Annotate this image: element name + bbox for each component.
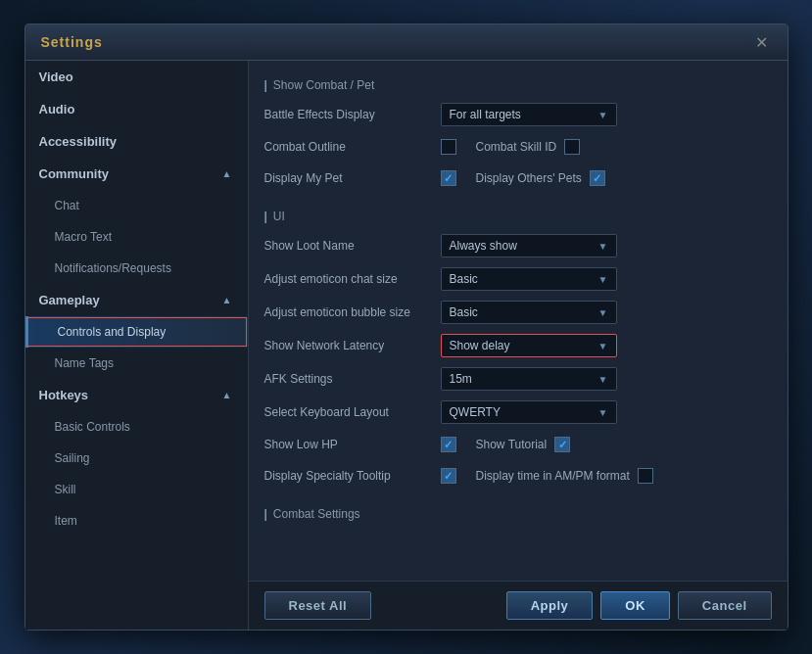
sidebar-item-gameplay[interactable]: Gameplay ▲ xyxy=(25,284,248,316)
sidebar-item-name-tags[interactable]: Name Tags xyxy=(25,348,248,379)
sidebar-label-hotkeys: Hotkeys xyxy=(39,388,89,402)
sidebar-label-sailing: Sailing xyxy=(55,451,90,465)
dialog-body: Video Audio Accessibility Community ▲ Ch… xyxy=(25,61,788,630)
reset-all-button[interactable]: Reset All xyxy=(264,591,372,620)
label-show-network-latency: Show Network Latency xyxy=(264,339,441,352)
row-afk-settings: AFK Settings 15m ▼ xyxy=(264,362,772,396)
dropdown-battle-effects-value: For all targets xyxy=(450,108,521,121)
section-combat-pet-title: Show Combat / Pet xyxy=(273,78,374,92)
label-emoticon-bubble-size: Adjust emoticon bubble size xyxy=(264,305,441,319)
control-battle-effects: For all targets ▼ xyxy=(441,103,772,126)
checkbox-display-time-ampm[interactable] xyxy=(638,468,653,484)
sidebar-label-community: Community xyxy=(39,166,110,181)
sidebar-item-controls-display[interactable]: Controls and Display xyxy=(25,316,248,348)
sidebar-item-macro-text[interactable]: Macro Text xyxy=(25,221,248,253)
row-show-network-latency: Show Network Latency Show delay ▼ xyxy=(264,329,772,362)
row-keyboard-layout: Select Keyboard Layout QWERTY ▼ xyxy=(264,396,772,429)
row-emoticon-bubble-size: Adjust emoticon bubble size Basic ▼ xyxy=(264,296,772,329)
sidebar-label-skill: Skill xyxy=(55,483,76,496)
section-combat-pet: Show Combat / Pet xyxy=(264,70,772,98)
sidebar-item-chat[interactable]: Chat xyxy=(25,190,248,221)
dropdown-emoticon-chat-size[interactable]: Basic ▼ xyxy=(441,267,617,291)
control-combat-outline: Combat Skill ID xyxy=(441,139,772,155)
dropdown-keyboard-layout-arrow: ▼ xyxy=(598,407,608,418)
sidebar-item-accessibility[interactable]: Accessibility xyxy=(25,125,248,158)
dropdown-emoticon-bubble-size[interactable]: Basic ▼ xyxy=(441,301,617,324)
pair-show-tutorial: Show Tutorial xyxy=(476,437,571,452)
sidebar-label-name-tags: Name Tags xyxy=(55,356,114,370)
label-emoticon-chat-size: Adjust emoticon chat size xyxy=(264,272,441,286)
row-combat-outline: Combat Outline Combat Skill ID xyxy=(264,131,772,163)
dropdown-afk-settings-arrow: ▼ xyxy=(598,374,608,385)
checkbox-combat-outline[interactable] xyxy=(441,139,456,155)
dropdown-show-loot-name-value: Always show xyxy=(450,239,517,253)
dropdown-keyboard-layout[interactable]: QWERTY ▼ xyxy=(441,400,617,424)
sidebar-label-basic-controls: Basic Controls xyxy=(55,420,130,434)
sidebar: Video Audio Accessibility Community ▲ Ch… xyxy=(25,61,249,630)
sidebar-label-video: Video xyxy=(39,70,73,84)
label-display-specialty-tooltip: Display Specialty Tooltip xyxy=(264,469,441,483)
control-afk-settings: 15m ▼ xyxy=(441,367,772,391)
dropdown-battle-effects-arrow: ▼ xyxy=(598,110,608,120)
dropdown-battle-effects[interactable]: For all targets ▼ xyxy=(441,103,617,126)
label-display-others-pets: Display Others' Pets xyxy=(476,171,582,185)
checkbox-display-specialty-tooltip[interactable] xyxy=(441,468,456,484)
sidebar-item-hotkeys[interactable]: Hotkeys ▲ xyxy=(25,379,248,411)
dropdown-show-loot-name[interactable]: Always show ▼ xyxy=(441,234,617,257)
control-show-low-hp: Show Tutorial xyxy=(441,437,772,452)
label-keyboard-layout: Select Keyboard Layout xyxy=(264,405,441,419)
row-show-loot-name: Show Loot Name Always show ▼ xyxy=(264,229,772,262)
sidebar-item-video[interactable]: Video xyxy=(25,61,248,93)
sidebar-item-skill[interactable]: Skill xyxy=(25,474,248,505)
sidebar-label-accessibility: Accessibility xyxy=(39,134,118,149)
sidebar-item-notifications[interactable]: Notifications/Requests xyxy=(25,253,248,284)
label-battle-effects: Battle Effects Display xyxy=(264,108,441,121)
section-combat-settings-title: Combat Settings xyxy=(273,507,360,521)
row-emoticon-chat-size: Adjust emoticon chat size Basic ▼ xyxy=(264,262,772,296)
dialog-title: Settings xyxy=(41,34,103,50)
sidebar-item-basic-controls[interactable]: Basic Controls xyxy=(25,411,248,443)
label-show-tutorial: Show Tutorial xyxy=(476,438,548,451)
sidebar-item-sailing[interactable]: Sailing xyxy=(25,443,248,474)
pair-combat-skill-id: Combat Skill ID xyxy=(476,139,581,155)
control-keyboard-layout: QWERTY ▼ xyxy=(441,400,772,424)
sidebar-label-notifications: Notifications/Requests xyxy=(55,261,171,275)
label-display-time-ampm: Display time in AM/PM format xyxy=(476,469,630,483)
close-icon[interactable]: ✕ xyxy=(752,32,772,52)
pair-display-time-ampm: Display time in AM/PM format xyxy=(476,468,653,484)
label-afk-settings: AFK Settings xyxy=(264,372,441,386)
label-show-loot-name: Show Loot Name xyxy=(264,239,441,253)
sidebar-label-audio: Audio xyxy=(39,102,75,117)
sidebar-item-item[interactable]: Item xyxy=(25,505,248,537)
checkbox-show-low-hp[interactable] xyxy=(441,437,456,452)
cancel-button[interactable]: Cancel xyxy=(678,591,772,620)
control-show-loot-name: Always show ▼ xyxy=(441,234,772,257)
dropdown-emoticon-chat-size-value: Basic xyxy=(450,272,478,286)
checkbox-display-others-pets[interactable] xyxy=(590,170,605,186)
pair-combat-outline-left xyxy=(441,139,456,155)
sidebar-item-community[interactable]: Community ▲ xyxy=(25,158,248,190)
section-combat-settings: Combat Settings xyxy=(264,499,772,527)
dropdown-show-network-latency[interactable]: Show delay ▼ xyxy=(441,334,617,357)
sidebar-label-chat: Chat xyxy=(55,199,79,212)
label-combat-outline: Combat Outline xyxy=(264,140,441,154)
chevron-up-icon: ▲ xyxy=(222,168,232,179)
checkbox-show-tutorial[interactable] xyxy=(554,437,570,452)
sidebar-label-item: Item xyxy=(55,514,77,528)
dropdown-afk-settings[interactable]: 15m ▼ xyxy=(441,367,617,391)
sidebar-item-audio[interactable]: Audio xyxy=(25,93,248,125)
title-bar: Settings ✕ xyxy=(25,24,788,61)
control-emoticon-chat-size: Basic ▼ xyxy=(441,267,772,291)
chevron-up-icon-gameplay: ▲ xyxy=(222,295,232,305)
checkbox-display-my-pet[interactable] xyxy=(441,170,456,186)
apply-button[interactable]: Apply xyxy=(506,591,594,620)
dropdown-keyboard-layout-value: QWERTY xyxy=(450,405,501,419)
main-content: Show Combat / Pet Battle Effects Display… xyxy=(249,61,788,630)
row-display-specialty-tooltip: Display Specialty Tooltip Display time i… xyxy=(264,460,772,491)
control-display-my-pet: Display Others' Pets xyxy=(441,170,772,186)
label-combat-skill-id: Combat Skill ID xyxy=(476,140,557,154)
checkbox-combat-skill-id[interactable] xyxy=(564,139,580,155)
ok-button[interactable]: OK xyxy=(600,591,670,620)
pair-display-others-pets: Display Others' Pets xyxy=(476,170,605,186)
row-show-low-hp: Show Low HP Show Tutorial xyxy=(264,429,772,460)
